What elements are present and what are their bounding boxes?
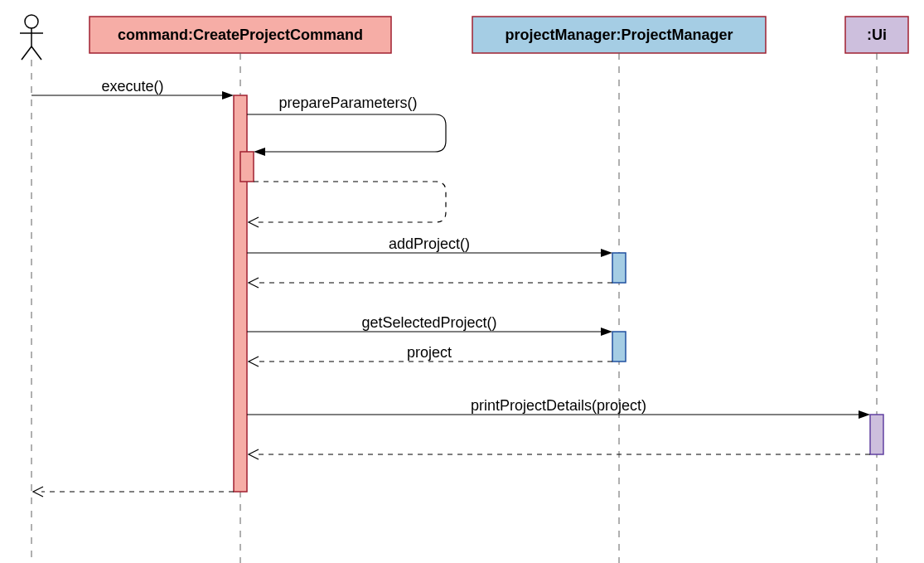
svg-text:execute(): execute() bbox=[101, 78, 163, 95]
msg-add-project-return bbox=[249, 278, 612, 288]
lifeline-project-manager: projectManager:ProjectManager bbox=[472, 17, 766, 563]
sequence-diagram: command:CreateProjectCommand projectMana… bbox=[8, 8, 924, 563]
svg-marker-23 bbox=[601, 328, 612, 336]
lifeline-ui-label: :Ui bbox=[867, 27, 887, 43]
svg-marker-19 bbox=[601, 249, 612, 257]
svg-marker-16 bbox=[254, 148, 265, 156]
svg-text:addProject(): addProject() bbox=[389, 235, 470, 252]
svg-text:project: project bbox=[407, 344, 452, 361]
msg-prepare-return bbox=[249, 182, 446, 227]
activation-command-self bbox=[240, 152, 254, 182]
svg-text:prepareParameters(): prepareParameters() bbox=[278, 95, 417, 111]
msg-final-return bbox=[33, 487, 234, 497]
activation-pm-2 bbox=[612, 332, 626, 362]
msg-get-selected-project: getSelectedProject() bbox=[247, 314, 612, 336]
svg-marker-28 bbox=[859, 410, 870, 419]
activation-ui bbox=[870, 415, 883, 454]
svg-text:getSelectedProject(): getSelectedProject() bbox=[361, 314, 496, 331]
svg-text:printProjectDetails(project): printProjectDetails(project) bbox=[471, 397, 646, 414]
msg-prepare-parameters: prepareParameters() bbox=[247, 95, 446, 156]
svg-marker-14 bbox=[222, 91, 234, 99]
lifeline-command-label: command:CreateProjectCommand bbox=[118, 27, 363, 43]
svg-point-0 bbox=[25, 15, 38, 28]
svg-line-3 bbox=[22, 46, 31, 60]
msg-execute: execute() bbox=[31, 78, 234, 99]
msg-get-selected-project-return: project bbox=[249, 344, 612, 366]
msg-add-project: addProject() bbox=[247, 235, 612, 257]
activation-pm-1 bbox=[612, 253, 626, 283]
msg-print-project-details: printProjectDetails(project) bbox=[247, 397, 870, 419]
actor bbox=[20, 15, 43, 563]
svg-line-4 bbox=[31, 46, 41, 60]
lifeline-pm-label: projectManager:ProjectManager bbox=[505, 27, 733, 43]
lifeline-ui: :Ui bbox=[845, 17, 908, 563]
msg-print-project-details-return bbox=[249, 449, 870, 459]
